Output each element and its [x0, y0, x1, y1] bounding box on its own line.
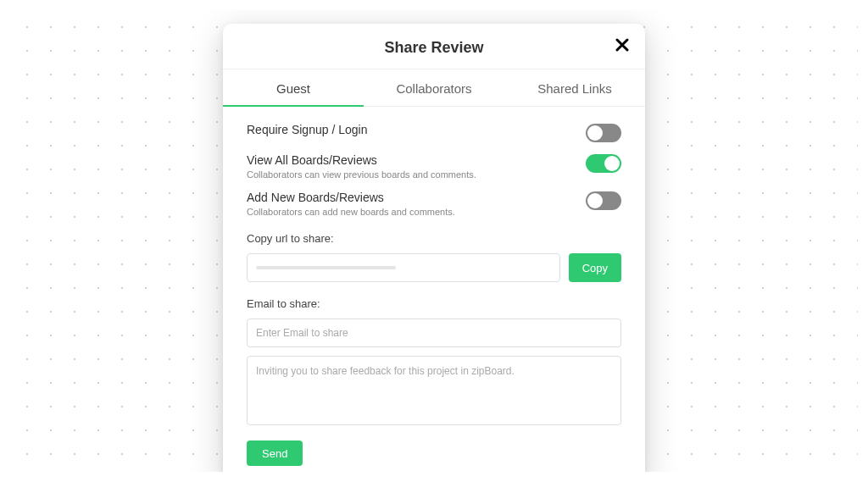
- canvas-background: Share Review Guest Collaborators Shared …: [10, 10, 858, 472]
- setting-title: Require Signup / Login: [247, 122, 569, 137]
- setting-view-all: View All Boards/Reviews Collaborators ca…: [247, 152, 621, 180]
- send-row: Send: [247, 440, 621, 466]
- setting-text: Add New Boards/Reviews Collaborators can…: [247, 190, 586, 217]
- tab-guest[interactable]: Guest: [223, 69, 364, 106]
- share-url-input[interactable]: [247, 253, 560, 282]
- email-label: Email to share:: [247, 297, 621, 310]
- toggle-knob: [587, 193, 603, 208]
- tab-collaborators[interactable]: Collaborators: [364, 69, 504, 106]
- toggle-knob: [587, 125, 603, 141]
- close-button[interactable]: [613, 36, 632, 54]
- setting-title: View All Boards/Reviews: [247, 152, 569, 168]
- copy-url-row: Copy: [247, 253, 621, 282]
- toggle-view-all[interactable]: [586, 154, 621, 173]
- url-placeholder-line: [256, 266, 396, 269]
- close-icon: [615, 38, 629, 52]
- setting-desc: Collaborators can add new boards and com…: [247, 207, 569, 217]
- toggle-require-signup[interactable]: [586, 124, 621, 142]
- modal-title: Share Review: [384, 39, 483, 56]
- invite-message-textarea[interactable]: [247, 356, 621, 425]
- tab-shared-links[interactable]: Shared Links: [504, 69, 645, 106]
- setting-require-signup: Require Signup / Login: [247, 122, 621, 142]
- share-review-modal: Share Review Guest Collaborators Shared …: [223, 24, 645, 472]
- setting-text: Require Signup / Login: [247, 122, 586, 137]
- setting-title: Add New Boards/Reviews: [247, 190, 569, 205]
- tabs: Guest Collaborators Shared Links: [223, 69, 645, 107]
- setting-text: View All Boards/Reviews Collaborators ca…: [247, 152, 586, 180]
- modal-header: Share Review: [223, 24, 645, 69]
- copy-url-label: Copy url to share:: [247, 232, 621, 245]
- setting-add-new: Add New Boards/Reviews Collaborators can…: [247, 190, 621, 217]
- setting-desc: Collaborators can view previous boards a…: [247, 169, 569, 180]
- toggle-add-new[interactable]: [586, 191, 621, 210]
- copy-button[interactable]: Copy: [569, 253, 621, 282]
- send-button[interactable]: Send: [247, 440, 303, 466]
- email-input[interactable]: [247, 319, 621, 347]
- toggle-knob: [604, 156, 620, 171]
- modal-content: Require Signup / Login View All Boards/R…: [223, 107, 645, 472]
